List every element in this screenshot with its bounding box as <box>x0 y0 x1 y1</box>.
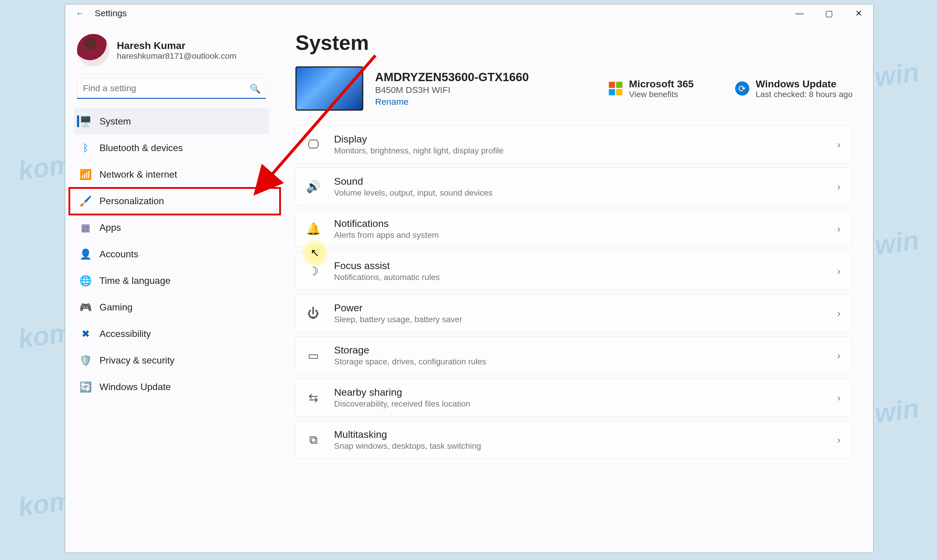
chevron-right-icon: › <box>837 181 840 192</box>
rename-link[interactable]: Rename <box>375 97 529 107</box>
setting-icon: 🖵 <box>305 138 322 151</box>
main-panel: System AMDRYZEN53600-GTX1660 B450M DS3H … <box>278 22 873 552</box>
sidebar-item-system[interactable]: 🖥️System <box>74 108 269 134</box>
setting-icon: ☽ <box>305 265 322 278</box>
chevron-right-icon: › <box>837 392 840 403</box>
setting-item-notifications[interactable]: 🔔NotificationsAlerts from apps and syste… <box>295 210 852 248</box>
sidebar-item-gaming[interactable]: 🎮Gaming <box>74 294 269 320</box>
nav-label: Windows Update <box>100 382 171 392</box>
setting-desc: Notifications, automatic rules <box>334 272 440 282</box>
nav-label: Privacy & security <box>100 355 174 366</box>
window-title: Settings <box>95 8 126 18</box>
profile-block[interactable]: Haresh Kumar hareshkumar8171@outlook.com <box>74 28 269 75</box>
m365-title: Microsoft 365 <box>629 78 694 90</box>
nav-label: System <box>100 116 131 127</box>
nav-label: Personalization <box>100 195 164 206</box>
chevron-right-icon: › <box>837 138 840 150</box>
setting-title: Sound <box>334 175 492 187</box>
sidebar-item-bluetooth-devices[interactable]: ᛒBluetooth & devices <box>74 135 269 161</box>
nav-icon: 🖌️ <box>80 195 91 206</box>
setting-item-display[interactable]: 🖵DisplayMonitors, brightness, night ligh… <box>295 125 852 163</box>
setting-desc: Snap windows, desktops, task switching <box>334 442 481 451</box>
chevron-right-icon: › <box>837 223 840 235</box>
setting-title: Display <box>334 133 503 145</box>
profile-email: hareshkumar8171@outlook.com <box>117 51 236 61</box>
setting-desc: Sleep, battery usage, battery saver <box>334 315 462 324</box>
setting-item-nearby-sharing[interactable]: ⇆Nearby sharingDiscoverability, received… <box>295 378 852 417</box>
nav-icon: ▦ <box>80 222 91 233</box>
nav-icon: 🎮 <box>80 302 91 313</box>
setting-title: Notifications <box>334 218 439 229</box>
nav-icon: ᛒ <box>80 142 91 154</box>
settings-list: 🖵DisplayMonitors, brightness, night ligh… <box>295 125 852 459</box>
settings-window: ← Settings — ▢ ✕ Haresh Kumar hareshkuma… <box>65 4 874 553</box>
setting-item-focus-assist[interactable]: ☽Focus assistNotifications, automatic ru… <box>295 252 852 290</box>
chevron-right-icon: › <box>837 308 840 319</box>
setting-title: Multitasking <box>334 429 481 440</box>
sidebar-item-privacy-security[interactable]: 🛡️Privacy & security <box>74 347 269 373</box>
setting-desc: Volume levels, output, input, sound devi… <box>334 188 492 198</box>
nav-label: Accounts <box>100 249 138 260</box>
sidebar-item-accounts[interactable]: 👤Accounts <box>74 241 269 267</box>
maximize-button[interactable]: ▢ <box>814 5 844 22</box>
m365-card[interactable]: Microsoft 365 View benefits <box>609 78 694 99</box>
nav-label: Apps <box>100 222 121 233</box>
setting-desc: Storage space, drives, configuration rul… <box>334 357 486 366</box>
chevron-right-icon: › <box>837 350 840 361</box>
setting-title: Focus assist <box>334 260 440 271</box>
setting-desc: Alerts from apps and system <box>334 231 439 240</box>
desktop-thumbnail[interactable] <box>295 66 363 111</box>
nav-icon: ✖ <box>80 328 91 339</box>
titlebar: ← Settings — ▢ ✕ <box>65 5 873 22</box>
window-controls: — ▢ ✕ <box>785 5 873 22</box>
search-icon: 🔍 <box>250 83 261 94</box>
setting-title: Power <box>334 302 462 314</box>
sidebar-item-windows-update[interactable]: 🔄Windows Update <box>74 374 269 400</box>
setting-item-storage[interactable]: ▭StorageStorage space, drives, configura… <box>295 336 852 374</box>
nav-icon: 👤 <box>80 248 91 260</box>
sidebar-item-personalization[interactable]: 🖌️Personalization <box>74 188 269 214</box>
nav-label: Time & language <box>100 275 171 286</box>
windows-update-card[interactable]: ⟳ Windows Update Last checked: 8 hours a… <box>735 78 852 99</box>
setting-desc: Discoverability, received files location <box>334 399 471 409</box>
setting-item-power[interactable]: ⏻PowerSleep, battery usage, battery save… <box>295 294 852 332</box>
nav-label: Network & internet <box>100 169 177 180</box>
m365-sub: View benefits <box>629 90 694 99</box>
nav-icon: 🔄 <box>80 381 91 392</box>
sidebar-item-accessibility[interactable]: ✖Accessibility <box>74 321 269 347</box>
sidebar-item-apps[interactable]: ▦Apps <box>74 214 269 240</box>
device-name: AMDRYZEN53600-GTX1660 <box>375 71 529 84</box>
setting-item-multitasking[interactable]: ⧉MultitaskingSnap windows, desktops, tas… <box>295 421 852 459</box>
wu-sub: Last checked: 8 hours ago <box>756 90 852 99</box>
setting-icon: 🔔 <box>305 222 322 236</box>
setting-icon: ⇆ <box>305 391 322 405</box>
setting-title: Storage <box>334 344 486 356</box>
minimize-button[interactable]: — <box>785 5 814 22</box>
avatar <box>77 34 109 66</box>
setting-title: Nearby sharing <box>334 386 471 398</box>
nav-label: Gaming <box>100 302 132 313</box>
close-button[interactable]: ✕ <box>844 5 873 22</box>
chevron-right-icon: › <box>837 434 840 446</box>
sidebar-item-network-internet[interactable]: 📶Network & internet <box>74 162 269 187</box>
wu-title: Windows Update <box>756 78 852 90</box>
sidebar: Haresh Kumar hareshkumar8171@outlook.com… <box>65 22 278 552</box>
search-box: 🔍 <box>77 78 266 99</box>
nav-label: Accessibility <box>100 328 151 339</box>
device-header: AMDRYZEN53600-GTX1660 B450M DS3H WIFI Re… <box>295 66 852 111</box>
chevron-right-icon: › <box>837 265 840 277</box>
nav-label: Bluetooth & devices <box>100 143 183 154</box>
nav-icon: 🖥️ <box>80 115 91 127</box>
setting-icon: ⏻ <box>305 306 322 320</box>
windows-update-icon: ⟳ <box>735 82 749 95</box>
nav-icon: 🌐 <box>80 275 91 286</box>
back-button[interactable]: ← <box>74 8 86 19</box>
setting-icon: 🔊 <box>305 180 322 194</box>
device-motherboard: B450M DS3H WIFI <box>375 85 529 95</box>
setting-item-sound[interactable]: 🔊SoundVolume levels, output, input, soun… <box>295 168 852 206</box>
nav-icon: 🛡️ <box>80 355 91 366</box>
setting-icon: ⧉ <box>305 433 322 447</box>
search-input[interactable] <box>77 78 266 99</box>
sidebar-item-time-language[interactable]: 🌐Time & language <box>74 268 269 294</box>
setting-icon: ▭ <box>305 349 322 362</box>
